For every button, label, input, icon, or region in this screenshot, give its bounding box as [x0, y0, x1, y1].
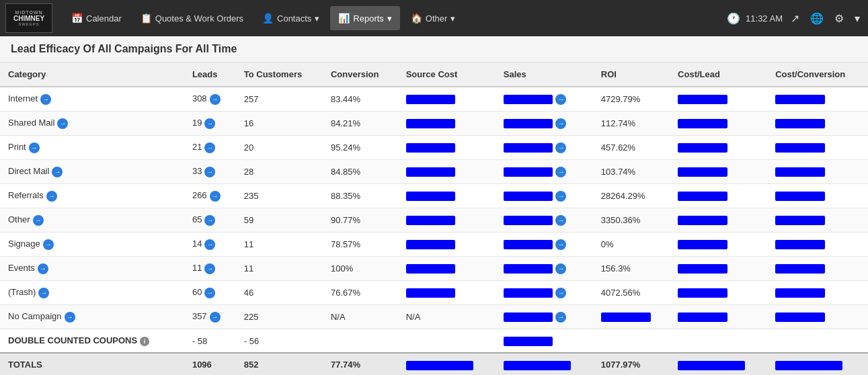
- row-detail-arrow[interactable]: →: [46, 191, 57, 202]
- cell-to-customers: 11: [236, 257, 323, 281]
- cell-source-cost: ████████: [398, 233, 496, 257]
- row-detail-arrow[interactable]: →: [57, 118, 68, 129]
- cell-category: Events→: [0, 257, 184, 281]
- reports-nav-button[interactable]: 📊 Reports ▾: [330, 6, 400, 30]
- blurred-value: ████████: [406, 95, 456, 104]
- row-detail-arrow[interactable]: →: [555, 239, 566, 250]
- quotes-nav-button[interactable]: 📋 Quotes & Work Orders: [132, 6, 251, 30]
- cell-conversion: 84.21%: [323, 112, 398, 136]
- blurred-value: ████████: [406, 167, 456, 177]
- row-detail-arrow[interactable]: →: [204, 215, 215, 226]
- cell-conversion: 95.24%: [323, 136, 398, 160]
- row-detail-arrow[interactable]: →: [204, 167, 215, 177]
- blurred-value: ████████: [775, 167, 825, 177]
- cell-conversion: 83.44%: [323, 87, 398, 112]
- cell-to-customers: 20: [236, 136, 323, 160]
- cell-roi: 28264.29%: [593, 184, 670, 208]
- col-cost-lead: Cost/Lead: [670, 62, 767, 87]
- cell-source-cost: ████████: [398, 87, 496, 112]
- blurred-value: ████████: [775, 119, 825, 128]
- dropdown-arrow-button[interactable]: ▾: [852, 9, 863, 28]
- globe-button[interactable]: 🌐: [807, 9, 826, 28]
- blurred-value: ████████: [406, 119, 456, 128]
- row-detail-arrow[interactable]: →: [555, 118, 566, 129]
- cell-roi: 0%: [593, 233, 670, 257]
- blurred-value: ████████: [775, 288, 825, 298]
- cell-category: Direct Mail→: [0, 160, 184, 184]
- cell-sales: ████████→: [496, 160, 593, 184]
- totals-label: TOTALS: [0, 353, 184, 375]
- cell-cost-lead: ████████: [670, 281, 767, 305]
- row-detail-arrow[interactable]: →: [52, 167, 63, 177]
- cell-conversion: 100%: [323, 257, 398, 281]
- blurred-value: ████████: [601, 312, 651, 322]
- row-detail-arrow[interactable]: →: [210, 94, 221, 105]
- blurred-value: ████████: [678, 288, 727, 298]
- row-detail-arrow[interactable]: →: [555, 142, 566, 153]
- calendar-nav-label: Calendar: [86, 13, 122, 24]
- settings-button[interactable]: ⚙: [832, 9, 846, 28]
- row-detail-arrow[interactable]: →: [38, 288, 49, 298]
- cell-conversion: N/A: [323, 305, 398, 329]
- row-detail-arrow[interactable]: →: [65, 312, 75, 323]
- cell-source-cost: ████████: [398, 136, 496, 160]
- blurred-value: ████████: [406, 143, 456, 153]
- cell-sales: ████████→: [496, 305, 593, 329]
- row-detail-arrow[interactable]: →: [555, 312, 566, 323]
- cell-cost-conversion: ████████: [767, 112, 868, 136]
- cell-category: Signage→: [0, 233, 184, 257]
- blurred-value: ████████: [775, 95, 825, 104]
- row-detail-arrow[interactable]: →: [204, 239, 215, 250]
- cell-leads: 14→: [184, 233, 236, 257]
- row-detail-arrow[interactable]: →: [555, 215, 566, 226]
- row-detail-arrow[interactable]: →: [29, 142, 40, 153]
- row-detail-arrow[interactable]: →: [210, 191, 221, 202]
- blurred-value: ████████: [504, 192, 553, 201]
- row-detail-arrow[interactable]: →: [204, 118, 215, 129]
- time-display: 11:32 AM: [746, 13, 783, 24]
- row-detail-arrow[interactable]: →: [555, 288, 566, 298]
- blurred-value: ████████: [678, 143, 727, 153]
- blurred-value: ████████: [678, 240, 727, 249]
- blurred-value: ████████: [406, 264, 456, 274]
- other-nav-button[interactable]: 🏠 Other ▾: [403, 6, 464, 30]
- row-detail-arrow[interactable]: →: [204, 263, 215, 274]
- table-row: No Campaign→357→225N/AN/A████████→██████…: [0, 305, 868, 329]
- table-header-row: Category Leads To Customers Conversion S…: [0, 62, 868, 87]
- row-detail-arrow[interactable]: →: [555, 94, 566, 105]
- blurred-value: ████████: [504, 95, 553, 104]
- cell-leads: 21→: [184, 136, 236, 160]
- row-detail-arrow[interactable]: →: [43, 239, 54, 250]
- cell-sales: ████████→: [496, 208, 593, 233]
- row-detail-arrow[interactable]: →: [40, 94, 51, 105]
- cell-cost-lead: ████████: [670, 136, 767, 160]
- blurred-value: ████████: [504, 167, 553, 177]
- blurred-value: ████████: [504, 216, 553, 225]
- row-detail-arrow[interactable]: →: [204, 288, 215, 298]
- blurred-value: ████████: [406, 192, 456, 201]
- top-navigation: MIDTOWN CHIMNEY SWEEPS 📅 Calendar 📋 Quot…: [0, 0, 868, 36]
- cell-to-customers: 235: [236, 184, 323, 208]
- table-row: (Trash)→60→4676.67%████████████████→4072…: [0, 281, 868, 305]
- cell-roi: 156.3%: [593, 257, 670, 281]
- cell-source-cost: ████████: [398, 257, 496, 281]
- info-icon[interactable]: i: [140, 337, 149, 346]
- cell-to-customers: 225: [236, 305, 323, 329]
- blurred-value: ████████: [775, 192, 825, 201]
- row-detail-arrow[interactable]: →: [204, 142, 215, 153]
- row-detail-arrow[interactable]: →: [555, 263, 566, 274]
- logo-main: CHIMNEY: [13, 15, 44, 22]
- cell-to-customers: 257: [236, 87, 323, 112]
- row-detail-arrow[interactable]: →: [33, 215, 44, 226]
- external-link-button[interactable]: ↗: [788, 9, 802, 28]
- col-category: Category: [0, 62, 184, 87]
- row-detail-arrow[interactable]: →: [555, 191, 566, 202]
- cell-cost-lead: ████████: [670, 305, 767, 329]
- contacts-nav-label: Contacts: [277, 13, 311, 24]
- contacts-nav-button[interactable]: 👤 Contacts ▾: [254, 6, 327, 30]
- row-detail-arrow[interactable]: →: [555, 167, 566, 177]
- calendar-nav-button[interactable]: 📅 Calendar: [63, 6, 130, 30]
- contacts-icon: 👤: [262, 13, 274, 24]
- row-detail-arrow[interactable]: →: [38, 263, 48, 274]
- row-detail-arrow[interactable]: →: [210, 312, 221, 323]
